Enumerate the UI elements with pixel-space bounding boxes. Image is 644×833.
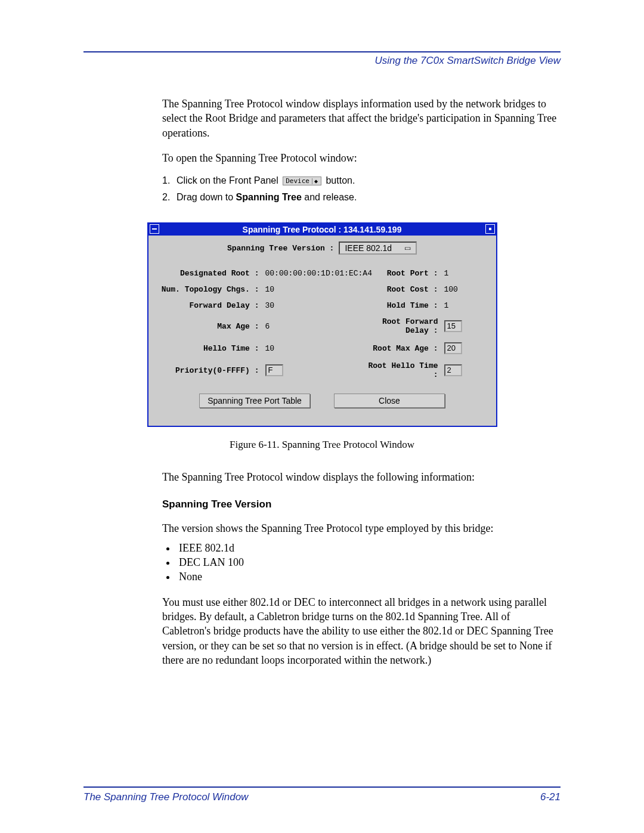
document-page: Using the 7C0x SmartSwitch Bridge View T… bbox=[0, 0, 644, 833]
spanning-tree-version-row: Spanning Tree Version : IEEE 802.1d ▭ bbox=[158, 241, 487, 255]
num-topology-chgs-label: Num. Topology Chgs. : bbox=[158, 285, 265, 294]
window-minimize-icon[interactable] bbox=[485, 224, 495, 234]
device-dropdown-label: Device bbox=[286, 177, 309, 185]
after-paragraph-3: You must use either 802.1d or DEC to int… bbox=[162, 595, 559, 667]
footer-page-number: 6-21 bbox=[540, 791, 561, 803]
root-max-age-input[interactable]: 20 bbox=[444, 342, 468, 354]
root-cost-label: Root Cost : bbox=[361, 285, 444, 294]
step-text-after: and release. bbox=[302, 192, 357, 202]
version-label: Spanning Tree Version : bbox=[227, 244, 334, 253]
version-value: IEEE 802.1d bbox=[345, 243, 392, 253]
designated-root-label: Designated Root : bbox=[158, 269, 265, 278]
stp-button-row: Spanning Tree Port Table Close bbox=[158, 394, 487, 408]
intro-paragraph-1: The Spanning Tree Protocol window displa… bbox=[162, 97, 559, 140]
stp-protocol-window: Spanning Tree Protocol : 134.141.59.199 … bbox=[147, 222, 497, 427]
hold-time-label: Hold Time : bbox=[361, 301, 444, 310]
step-text-bold: Spanning Tree bbox=[236, 192, 302, 202]
root-max-age-label: Root Max Age : bbox=[361, 344, 444, 353]
lower-body-content: The Spanning Tree Protocol window displa… bbox=[162, 470, 559, 667]
window-menu-icon[interactable] bbox=[150, 224, 159, 234]
step-1: 1. Click on the Front Panel Device◆ butt… bbox=[162, 174, 559, 188]
window-titlebar: Spanning Tree Protocol : 134.141.59.199 bbox=[148, 224, 496, 236]
root-port-value: 1 bbox=[444, 269, 468, 278]
figure-caption: Figure 6-11. Spanning Tree Protocol Wind… bbox=[83, 439, 561, 451]
dropdown-icon: ▭ bbox=[401, 244, 411, 252]
root-port-label: Root Port : bbox=[361, 269, 444, 278]
step-text-before: Click on the Front Panel bbox=[177, 175, 281, 185]
hold-time-value: 1 bbox=[444, 301, 468, 310]
root-cost-value: 100 bbox=[444, 285, 468, 294]
intro-paragraph-2: To open the Spanning Tree Protocol windo… bbox=[162, 151, 559, 165]
max-age-label: Max Age : bbox=[158, 322, 265, 331]
step-number: 2. bbox=[162, 190, 177, 205]
header-breadcrumb: Using the 7C0x SmartSwitch Bridge View bbox=[83, 55, 561, 67]
step-text: Click on the Front Panel Device◆ button. bbox=[177, 174, 559, 188]
hello-time-value: 10 bbox=[265, 344, 361, 353]
priority-label: Priority(0-FFFF) : bbox=[158, 366, 265, 375]
device-dropdown-icon: Device◆ bbox=[283, 176, 321, 185]
designated-root-value: 00:00:00:00:1D:01:EC:A4 bbox=[265, 269, 361, 278]
forward-delay-value: 30 bbox=[265, 301, 361, 310]
spanning-tree-port-table-button[interactable]: Spanning Tree Port Table bbox=[199, 394, 310, 408]
footer-left: The Spanning Tree Protocol Window bbox=[83, 791, 248, 803]
root-hello-time-input[interactable]: 2 bbox=[444, 364, 468, 376]
list-item: IEEE 802.1d bbox=[177, 541, 559, 555]
num-topology-chgs-value: 10 bbox=[265, 285, 361, 294]
stp-window-body: Spanning Tree Version : IEEE 802.1d ▭ De… bbox=[148, 236, 496, 426]
list-item: None bbox=[177, 569, 559, 584]
step-text-before: Drag down to bbox=[177, 192, 236, 202]
stp-fields-grid: Designated Root : 00:00:00:00:1D:01:EC:A… bbox=[158, 269, 487, 379]
root-forward-delay-label: Root Forward Delay : bbox=[361, 317, 444, 335]
step-2: 2. Drag down to Spanning Tree and releas… bbox=[162, 190, 559, 205]
step-text: Drag down to Spanning Tree and release. bbox=[177, 190, 559, 205]
spanning-tree-version-heading: Spanning Tree Version bbox=[162, 498, 559, 510]
version-select[interactable]: IEEE 802.1d ▭ bbox=[339, 241, 417, 255]
max-age-value: 6 bbox=[265, 322, 361, 331]
close-button[interactable]: Close bbox=[334, 394, 445, 408]
window-title: Spanning Tree Protocol : 134.141.59.199 bbox=[243, 224, 402, 236]
page-footer: The Spanning Tree Protocol Window 6-21 bbox=[83, 786, 561, 803]
body-content: The Spanning Tree Protocol window displa… bbox=[162, 97, 559, 205]
step-number: 1. bbox=[162, 174, 177, 188]
priority-input[interactable]: F bbox=[265, 364, 361, 376]
hello-time-label: Hello Time : bbox=[158, 344, 265, 353]
header-rule bbox=[83, 51, 561, 52]
forward-delay-label: Forward Delay : bbox=[158, 301, 265, 310]
root-hello-time-label: Root Hello Time : bbox=[361, 361, 444, 379]
after-paragraph-2: The version shows the Spanning Tree Prot… bbox=[162, 521, 559, 535]
list-item: DEC LAN 100 bbox=[177, 555, 559, 569]
chevron-down-icon: ◆ bbox=[312, 178, 320, 184]
step-text-after: button. bbox=[326, 175, 355, 185]
root-forward-delay-input[interactable]: 15 bbox=[444, 320, 468, 332]
after-paragraph-1: The Spanning Tree Protocol window displa… bbox=[162, 470, 559, 484]
version-bullet-list: IEEE 802.1d DEC LAN 100 None bbox=[162, 541, 559, 584]
